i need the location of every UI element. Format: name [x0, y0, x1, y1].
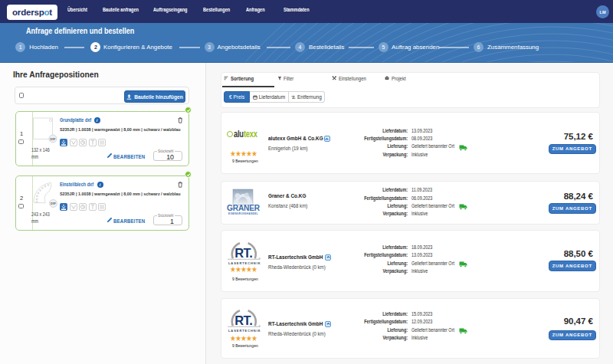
- svg-text:®: ®: [259, 257, 261, 261]
- svg-text:RT.: RT.: [234, 246, 252, 260]
- svg-text:LASERTECHNIK: LASERTECHNIK: [228, 328, 261, 332]
- svg-text:DXF: DXF: [51, 202, 56, 205]
- svg-text:GRANER: GRANER: [227, 204, 261, 212]
- svg-text:®: ®: [259, 324, 261, 327]
- svg-text:EISENGROSSHANDEL: EISENGROSSHANDEL: [228, 212, 258, 215]
- svg-text:RT.: RT.: [234, 313, 252, 327]
- svg-text:DXF: DXF: [51, 138, 56, 141]
